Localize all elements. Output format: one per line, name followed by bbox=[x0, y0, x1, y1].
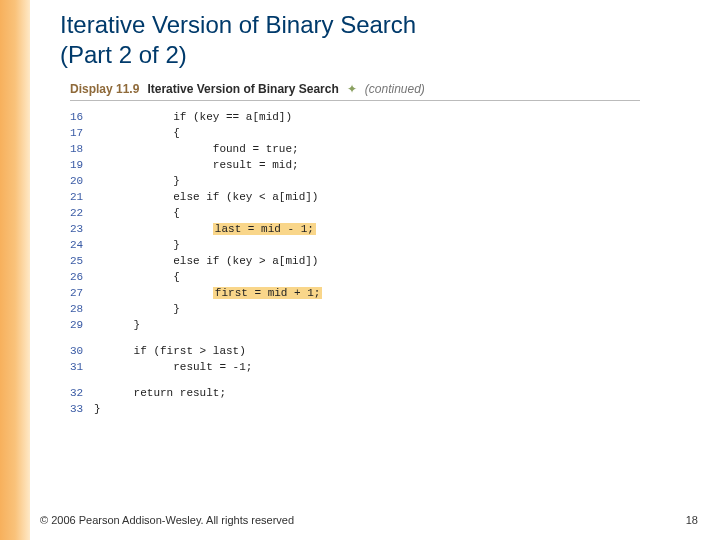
slide-content: Iterative Version of Binary Search (Part… bbox=[60, 5, 700, 417]
line-number: 17 bbox=[70, 127, 94, 139]
code-row: 21 else if (key < a[mid]) bbox=[70, 189, 700, 205]
code-row: 26 { bbox=[70, 269, 700, 285]
line-number: 32 bbox=[70, 387, 94, 399]
highlight: last = mid - 1; bbox=[213, 223, 316, 235]
code-gap bbox=[70, 375, 700, 385]
code-row: 25 else if (key > a[mid]) bbox=[70, 253, 700, 269]
line-number: 21 bbox=[70, 191, 94, 203]
code-row: 29 } bbox=[70, 317, 700, 333]
code-text: result = mid; bbox=[94, 159, 299, 171]
display-header: Display 11.9 Iterative Version of Binary… bbox=[70, 82, 700, 96]
code-row: 30 if (first > last) bbox=[70, 343, 700, 359]
line-number: 27 bbox=[70, 287, 94, 299]
title-line-2: (Part 2 of 2) bbox=[60, 41, 187, 68]
code-indent bbox=[94, 223, 213, 235]
code-text: found = true; bbox=[94, 143, 299, 155]
left-accent-bar bbox=[0, 0, 30, 540]
code-row: 16 if (key == a[mid]) bbox=[70, 109, 700, 125]
line-number: 22 bbox=[70, 207, 94, 219]
code-row: 33} bbox=[70, 401, 700, 417]
code-text: } bbox=[94, 303, 180, 315]
code-row: 32 return result; bbox=[70, 385, 700, 401]
title-line-1: Iterative Version of Binary Search bbox=[60, 11, 416, 38]
code-listing: 16 if (key == a[mid]) 17 { 18 found = tr… bbox=[70, 109, 700, 417]
copyright-footer: © 2006 Pearson Addison-Wesley. All right… bbox=[40, 514, 294, 526]
code-text: } bbox=[94, 175, 180, 187]
code-text: if (first > last) bbox=[94, 345, 246, 357]
page-title: Iterative Version of Binary Search (Part… bbox=[60, 10, 700, 70]
code-text: } bbox=[94, 319, 140, 331]
page-number: 18 bbox=[686, 514, 698, 526]
line-number: 20 bbox=[70, 175, 94, 187]
code-row: 20 } bbox=[70, 173, 700, 189]
code-row: 28 } bbox=[70, 301, 700, 317]
line-number: 26 bbox=[70, 271, 94, 283]
code-text: } bbox=[94, 403, 101, 415]
code-row: 23 last = mid - 1; bbox=[70, 221, 700, 237]
code-row: 18 found = true; bbox=[70, 141, 700, 157]
code-text: return result; bbox=[94, 387, 226, 399]
line-number: 31 bbox=[70, 361, 94, 373]
code-text: { bbox=[94, 271, 180, 283]
line-number: 16 bbox=[70, 111, 94, 123]
code-text: { bbox=[94, 207, 180, 219]
code-text: first = mid + 1; bbox=[94, 287, 322, 299]
code-gap bbox=[70, 333, 700, 343]
code-row: 31 result = -1; bbox=[70, 359, 700, 375]
code-indent bbox=[94, 287, 213, 299]
code-text: } bbox=[94, 239, 180, 251]
code-row: 27 first = mid + 1; bbox=[70, 285, 700, 301]
highlight: first = mid + 1; bbox=[213, 287, 323, 299]
code-text: else if (key > a[mid]) bbox=[94, 255, 318, 267]
code-row: 19 result = mid; bbox=[70, 157, 700, 173]
line-number: 33 bbox=[70, 403, 94, 415]
code-row: 17 { bbox=[70, 125, 700, 141]
line-number: 29 bbox=[70, 319, 94, 331]
display-label: Display 11.9 bbox=[70, 82, 139, 96]
line-number: 23 bbox=[70, 223, 94, 235]
code-text: { bbox=[94, 127, 180, 139]
display-title: Iterative Version of Binary Search bbox=[147, 82, 338, 96]
rule-container bbox=[70, 100, 640, 101]
line-number: 25 bbox=[70, 255, 94, 267]
code-text: else if (key < a[mid]) bbox=[94, 191, 318, 203]
diamond-icon: ✦ bbox=[347, 82, 357, 96]
code-row: 22 { bbox=[70, 205, 700, 221]
continued-label: (continued) bbox=[365, 82, 425, 96]
line-number: 18 bbox=[70, 143, 94, 155]
line-number: 19 bbox=[70, 159, 94, 171]
code-row: 24 } bbox=[70, 237, 700, 253]
code-text: last = mid - 1; bbox=[94, 223, 316, 235]
line-number: 30 bbox=[70, 345, 94, 357]
line-number: 28 bbox=[70, 303, 94, 315]
header-rule bbox=[70, 100, 640, 101]
code-text: if (key == a[mid]) bbox=[94, 111, 292, 123]
code-text: result = -1; bbox=[94, 361, 252, 373]
line-number: 24 bbox=[70, 239, 94, 251]
